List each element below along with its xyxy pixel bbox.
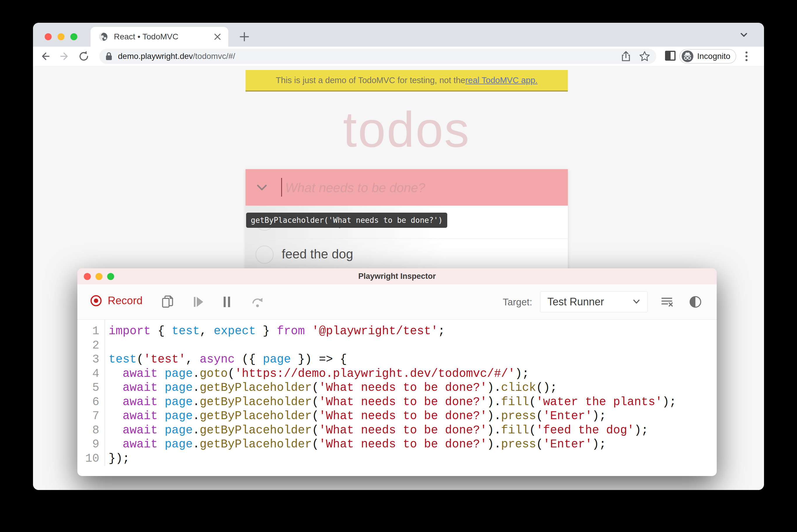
clear-lines-icon: [660, 295, 674, 309]
target-select[interactable]: Test Runner: [540, 291, 648, 312]
new-todo-row: [246, 169, 568, 206]
close-window-button[interactable]: [45, 33, 52, 40]
chevron-down-icon: [254, 180, 270, 195]
url-text: demo.playwright.dev/todomvc/#/: [118, 52, 613, 61]
globe-favicon: [99, 32, 108, 41]
inspector-titlebar: Playwright Inspector: [77, 268, 717, 284]
toggle-all-button[interactable]: [254, 180, 270, 196]
code-line: });: [109, 452, 717, 466]
clear-log-button[interactable]: [660, 295, 674, 309]
desktop-background: React • TodoMVC: [0, 0, 797, 532]
code-lines: import { test, expect } from '@playwrigh…: [105, 320, 717, 466]
text-caret: [281, 178, 282, 196]
playwright-inspector-window: Playwright Inspector Record: [77, 268, 717, 476]
todo-item[interactable]: feed the dog: [246, 239, 568, 271]
code-line: await page.getByPlaceholder('What needs …: [109, 381, 717, 395]
address-bar[interactable]: demo.playwright.dev/todomvc/#/: [99, 49, 656, 64]
chevron-down-icon: [739, 32, 749, 38]
browser-menu-button[interactable]: [741, 50, 752, 64]
tab-strip: React • TodoMVC: [33, 23, 764, 47]
reload-icon: [77, 50, 90, 63]
inspector-toolbar: Record: [77, 284, 717, 320]
zoom-window-button[interactable]: [107, 273, 114, 280]
three-dots-icon: [741, 50, 752, 63]
code-editor[interactable]: 12345678910 import { test, expect } from…: [77, 320, 717, 466]
code-line: await page.getByPlaceholder('What needs …: [109, 409, 717, 423]
code-line: await page.goto('https://demo.playwright…: [109, 367, 717, 381]
window-controls: [45, 33, 77, 40]
new-todo-input[interactable]: [285, 174, 548, 201]
code-line: await page.getByPlaceholder('What needs …: [109, 423, 717, 438]
close-window-button[interactable]: [84, 273, 91, 280]
copy-icon: [161, 295, 174, 309]
minimize-window-button[interactable]: [95, 273, 103, 280]
code-line: test('test', async ({ page }) => {: [109, 353, 717, 367]
new-tab-button[interactable]: [237, 30, 251, 44]
share-button[interactable]: [621, 51, 631, 62]
code-line: await page.getByPlaceholder('What needs …: [109, 395, 717, 410]
code-line: await page.getByPlaceholder('What needs …: [109, 437, 717, 452]
star-icon: [639, 51, 650, 62]
forward-button[interactable]: [56, 48, 73, 64]
window-controls: [84, 273, 114, 280]
share-icon: [621, 51, 631, 62]
url-host: demo.playwright.dev: [118, 52, 193, 61]
side-panel-button[interactable]: [664, 50, 676, 63]
pause-button[interactable]: [220, 295, 234, 309]
demo-banner: This is just a demo of TodoMVC for testi…: [246, 70, 568, 92]
close-tab-icon[interactable]: [214, 33, 221, 40]
record-icon: [89, 294, 103, 308]
theme-toggle-button[interactable]: [689, 295, 702, 309]
target-label: Target:: [503, 297, 532, 308]
side-panel-icon: [664, 50, 676, 61]
tab-title: React • TodoMVC: [114, 32, 214, 41]
step-over-icon: [251, 295, 264, 309]
lock-icon: [105, 52, 113, 61]
inspector-title: Playwright Inspector: [358, 272, 436, 281]
zoom-window-button[interactable]: [70, 33, 77, 40]
step-over-button[interactable]: [251, 295, 264, 309]
pause-icon: [220, 295, 234, 309]
bookmark-button[interactable]: [639, 51, 650, 62]
resume-button[interactable]: [192, 295, 205, 309]
incognito-badge: Incognito: [680, 49, 736, 63]
browser-tab[interactable]: React • TodoMVC: [91, 27, 228, 47]
contrast-icon: [689, 295, 702, 309]
url-path: /todomvc/#/: [193, 52, 235, 61]
banner-link[interactable]: real TodoMVC app.: [465, 76, 538, 85]
code-line: import { test, expect } from '@playwrigh…: [109, 324, 717, 339]
todo-label: feed the dog: [282, 247, 353, 261]
page-title: todos: [246, 101, 568, 158]
minimize-window-button[interactable]: [57, 33, 65, 40]
incognito-label: Incognito: [697, 52, 730, 61]
copy-button[interactable]: [161, 295, 174, 309]
chevron-down-icon: [632, 298, 641, 305]
code-line: [109, 339, 717, 353]
reload-button[interactable]: [76, 48, 92, 64]
record-button[interactable]: Record: [89, 294, 143, 308]
banner-text: This is just a demo of TodoMVC for testi…: [276, 76, 465, 85]
todo-toggle-checkbox[interactable]: [255, 246, 274, 264]
browser-toolbar: demo.playwright.dev/todomvc/#/: [33, 47, 764, 66]
forward-arrow-icon: [58, 50, 71, 63]
resume-play-icon: [192, 295, 205, 309]
back-button[interactable]: [37, 48, 53, 64]
plus-icon: [239, 32, 250, 42]
line-numbers: 12345678910: [77, 320, 105, 466]
back-arrow-icon: [39, 50, 52, 63]
locator-tooltip: getByPlaceholder('What needs to be done?…: [246, 213, 447, 228]
target-select-value: Test Runner: [547, 296, 632, 308]
incognito-icon: [682, 50, 694, 62]
tab-search-button[interactable]: [739, 32, 749, 40]
record-label: Record: [108, 294, 143, 307]
